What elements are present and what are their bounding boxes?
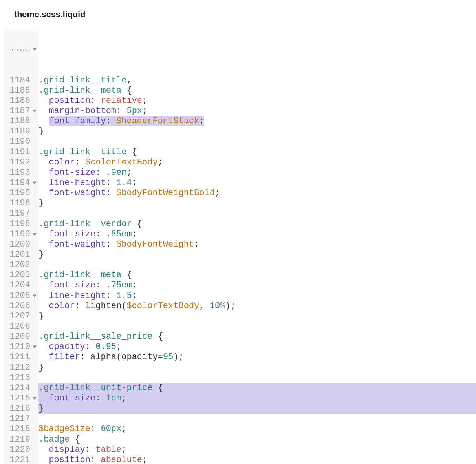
line-number: 1200 (6, 239, 30, 250)
line-number: 1220 (6, 445, 30, 455)
code-line[interactable]: margin-bottom: 5px; (38, 106, 476, 116)
line-number: 1192 (6, 157, 30, 168)
code-line[interactable]: line-height: 1.5; (38, 291, 476, 301)
line-number: 1197 (6, 208, 30, 219)
code-line[interactable]: font-family: $headerFontStack; (38, 116, 476, 126)
code-line[interactable]: font-weight: $bodyFontWeightBold; (38, 188, 476, 198)
code-line[interactable]: .grid-link__meta { (38, 270, 476, 280)
line-number: 1201 (6, 250, 30, 260)
code-line[interactable]: .badge { (38, 435, 476, 445)
code-line[interactable]: } (38, 198, 476, 208)
line-number: 1186 (6, 96, 30, 106)
line-number: 1195 (6, 188, 30, 198)
code-line[interactable]: font-size: 1em; (38, 393, 476, 404)
line-number: 1205 (6, 291, 30, 301)
code-line[interactable] (38, 260, 476, 270)
code-line[interactable]: font-weight: $bodyFontWeight; (38, 239, 476, 250)
code-line[interactable] (38, 137, 476, 147)
fold-toggle-icon[interactable] (33, 233, 37, 236)
line-number: 1206 (6, 301, 30, 311)
line-number: 1194 (6, 178, 30, 188)
code-line[interactable]: } (38, 363, 476, 373)
line-number-gutter: 1183 11841185118611871188118911901191119… (4, 29, 31, 464)
line-number: 1196 (6, 198, 30, 208)
fold-strip (31, 29, 38, 464)
fold-toggle-icon[interactable] (33, 294, 37, 297)
code-line[interactable]: font-size: .75em; (38, 280, 476, 290)
line-number: 1208 (6, 322, 30, 332)
code-line[interactable] (38, 208, 476, 219)
filename: theme.scss.liquid (14, 9, 85, 20)
code-line[interactable]: .grid-link__unit-price { (38, 383, 476, 393)
line-number: 1219 (6, 435, 30, 445)
line-number: 1215 (6, 393, 30, 404)
line-number: 1210 (6, 342, 30, 352)
code-line[interactable] (38, 322, 476, 332)
code-editor[interactable]: 1183 11841185118611871188118911901191119… (0, 29, 476, 464)
line-number: 1212 (6, 363, 30, 373)
line-number: 1198 (6, 219, 30, 229)
line-number: 1207 (6, 311, 30, 322)
line-number: 1203 (6, 270, 30, 280)
code-content[interactable]: .grid-link__title,.grid-link__meta { pos… (38, 29, 476, 464)
code-line[interactable] (38, 414, 476, 424)
code-line[interactable] (38, 49, 476, 55)
code-line[interactable]: } (38, 311, 476, 322)
code-line[interactable]: position: absolute; (38, 455, 476, 464)
code-line[interactable]: opacity: 0.95; (38, 342, 476, 352)
code-line[interactable]: .grid-link__sale_price { (38, 332, 476, 342)
line-number: 1214 (6, 383, 30, 393)
code-line[interactable]: .grid-link__meta { (38, 86, 476, 96)
line-number: 1213 (6, 373, 30, 383)
line-number: 1193 (6, 168, 30, 178)
line-number: 1189 (6, 126, 30, 137)
code-line[interactable]: font-size: .85em; (38, 229, 476, 239)
line-number: 1217 (6, 414, 30, 424)
line-number: 1187 (6, 106, 30, 116)
line-number: 1188 (6, 116, 30, 126)
fold-toggle-icon[interactable] (33, 48, 37, 51)
file-header: theme.scss.liquid (0, 0, 476, 29)
line-number: 1183 (6, 49, 30, 55)
code-line[interactable]: } (38, 404, 476, 414)
code-line[interactable]: position: relative; (38, 96, 476, 106)
code-line[interactable]: .grid-link__title { (38, 147, 476, 157)
line-number: 1199 (6, 229, 30, 239)
line-number: 1211 (6, 352, 30, 362)
line-number: 1190 (6, 137, 30, 147)
line-number: 1191 (6, 147, 30, 157)
line-number: 1221 (6, 455, 30, 464)
line-number: 1202 (6, 260, 30, 270)
code-line[interactable]: } (38, 126, 476, 137)
code-line[interactable]: } (38, 250, 476, 260)
code-line[interactable]: font-size: .9em; (38, 168, 476, 178)
line-number: 1185 (6, 86, 30, 96)
line-number: 1184 (6, 75, 30, 86)
code-line[interactable]: .grid-link__vendor { (38, 219, 476, 229)
code-line[interactable]: display: table; (38, 445, 476, 455)
fold-toggle-icon[interactable] (33, 110, 37, 113)
fold-toggle-icon[interactable] (33, 182, 37, 185)
line-number: 1218 (6, 424, 30, 434)
line-number: 1204 (6, 280, 30, 290)
code-line[interactable]: color: lighten($colorTextBody, 10%); (38, 301, 476, 311)
code-line[interactable]: color: $colorTextBody; (38, 157, 476, 168)
code-line[interactable]: filter: alpha(opacity=95); (38, 352, 476, 362)
fold-toggle-icon[interactable] (33, 346, 37, 349)
fold-toggle-icon[interactable] (33, 397, 37, 400)
code-line[interactable]: line-height: 1.4; (38, 178, 476, 188)
line-number: 1209 (6, 332, 30, 342)
code-line[interactable] (38, 373, 476, 383)
code-line[interactable]: .grid-link__title, (38, 75, 476, 86)
line-number: 1216 (6, 404, 30, 414)
code-line[interactable]: $badgeSize: 60px; (38, 424, 476, 434)
